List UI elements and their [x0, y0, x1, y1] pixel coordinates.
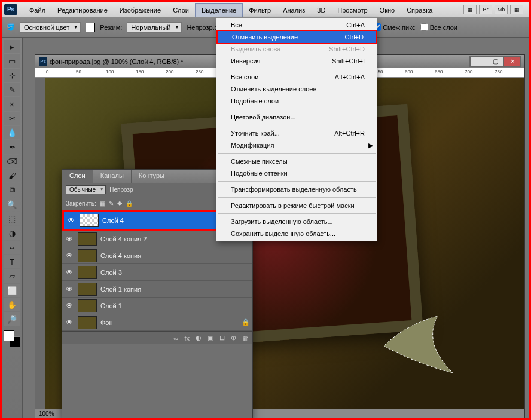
panel-tab[interactable]: Контуры [132, 170, 172, 183]
menu-item[interactable]: Подобные слои [216, 95, 377, 107]
tool-button[interactable]: ✒ [4, 140, 20, 154]
layer-footer-button[interactable]: fx [184, 335, 190, 342]
lock-brush-icon[interactable]: ✎ [109, 200, 114, 207]
layer-footer-button[interactable]: ∞ [174, 335, 179, 342]
menu-редактирование[interactable]: Редактирование [51, 4, 114, 17]
menu-item[interactable]: Модификация▶ [216, 139, 377, 151]
tool-button[interactable]: 🔎 [4, 312, 20, 326]
all-layers-check[interactable]: Все слои [420, 23, 457, 31]
color-swatch[interactable] [86, 23, 95, 32]
lock-icon: 🔒 [242, 318, 250, 326]
lock-transparent-icon[interactable]: ▦ [100, 200, 105, 207]
layer-footer-button[interactable]: ⊡ [219, 334, 225, 342]
lock-label: Закрепить: [66, 200, 96, 207]
lock-all-icon[interactable]: 🔒 [126, 200, 133, 207]
menu-окно[interactable]: Окно [374, 4, 401, 17]
menu-item[interactable]: Сохранить выделенную область... [216, 228, 377, 240]
menu-item[interactable]: Отменить выделение слоев [216, 83, 377, 95]
tool-button[interactable]: ▸ [4, 40, 20, 53]
visibility-icon[interactable]: 👁 [65, 301, 74, 311]
layer-name: Слой 4 копия 2 [100, 235, 147, 243]
menu-item[interactable]: ИнверсияShift+Ctrl+I [216, 55, 377, 67]
layer-thumb[interactable] [80, 214, 99, 227]
lock-move-icon[interactable]: ✥ [117, 200, 122, 207]
layer-thumb[interactable] [78, 249, 97, 262]
menu-item[interactable]: ВсеCtrl+A [216, 19, 377, 31]
menu-слои[interactable]: Слои [167, 4, 195, 17]
menu-item[interactable]: Подобные оттенки [216, 167, 377, 179]
layer-thumb[interactable] [78, 266, 97, 279]
menu-item[interactable]: Цветовой диапазон... [216, 111, 377, 123]
select-menu-dropdown: ВсеCtrl+AОтменить выделениеCtrl+DВыделит… [216, 17, 377, 241]
layer-row[interactable]: 👁Фон🔒 [62, 314, 252, 331]
layer-footer-button[interactable]: 🗑 [242, 335, 249, 342]
tool-button[interactable]: ✋ [4, 298, 20, 311]
close-button[interactable]: ✕ [503, 57, 520, 66]
ps-doc-icon: Ps [39, 57, 47, 66]
mode-select[interactable]: Нормальный [127, 22, 182, 33]
menu-item[interactable]: Трансформировать выделенную область [216, 183, 377, 195]
menu-изображение[interactable]: Изображение [114, 4, 167, 17]
tool-button[interactable]: ◑ [4, 226, 20, 240]
layer-thumb[interactable] [78, 299, 97, 312]
panel-tab[interactable]: Каналы [93, 170, 132, 183]
menu-файл[interactable]: Файл [23, 4, 51, 17]
menubar-button[interactable]: Mb [495, 5, 508, 14]
visibility-icon[interactable]: 👁 [65, 268, 74, 277]
contiguous-check[interactable]: Смеж.пикс [373, 23, 415, 31]
tool-button[interactable]: ✂ [4, 112, 20, 125]
tool-button[interactable]: T [4, 255, 20, 268]
menu-item: Выделить сноваShift+Ctrl+D [216, 43, 377, 55]
menu-фильтр[interactable]: Фильтр [243, 4, 277, 17]
menu-item[interactable]: Отменить выделениеCtrl+D [216, 30, 377, 44]
layer-row[interactable]: 👁Слой 4 копия [62, 247, 252, 264]
menu-item[interactable]: Смежные пикселы [216, 155, 377, 167]
layer-row[interactable]: 👁Слой 1 копия [62, 281, 252, 298]
layer-thumb[interactable] [78, 232, 97, 246]
tool-button[interactable]: 🔍 [4, 198, 20, 211]
menubar-button[interactable]: ▦ [510, 5, 523, 14]
visibility-icon[interactable]: 👁 [65, 318, 74, 327]
tool-button[interactable]: 🖌 [4, 169, 20, 182]
tool-button[interactable]: ⊹ [4, 69, 20, 82]
tool-button[interactable]: ⬚ [4, 212, 20, 225]
tool-button[interactable]: ⨉ [4, 97, 20, 111]
visibility-icon[interactable]: 👁 [65, 251, 74, 260]
tool-button[interactable]: ▱ [4, 269, 20, 283]
layer-row[interactable]: 👁Слой 1 [62, 298, 252, 314]
menu-справка[interactable]: Справка [401, 4, 438, 17]
menu-item[interactable]: Все слоиAlt+Ctrl+A [216, 71, 377, 83]
menu-анализ[interactable]: Анализ [277, 4, 311, 17]
menubar-button[interactable]: ▦ [463, 5, 477, 14]
layer-row[interactable]: 👁Слой 3 [62, 264, 252, 281]
foreground-select[interactable]: Основной цвет [20, 22, 81, 33]
fg-color[interactable] [4, 330, 14, 341]
maximize-button[interactable]: ▢ [487, 57, 503, 66]
menu-item[interactable]: Уточнить край...Alt+Ctrl+R [216, 127, 377, 139]
menu-выделение[interactable]: Выделение [195, 3, 243, 17]
visibility-icon[interactable]: 👁 [65, 234, 74, 244]
layer-thumb[interactable] [78, 316, 97, 329]
blend-mode-select[interactable]: Обычные [66, 185, 106, 194]
tool-button[interactable]: ⌫ [4, 155, 20, 168]
tool-button[interactable]: ✎ [4, 83, 20, 96]
tool-button[interactable]: ⬜ [4, 284, 20, 297]
app-logo: Ps [4, 4, 17, 15]
layer-footer-button[interactable]: ▣ [207, 334, 213, 342]
menu-item[interactable]: Редактировать в режиме быстрой маски [216, 200, 377, 211]
layer-footer-button[interactable]: ◐ [196, 334, 202, 342]
tool-button[interactable]: ↔ [4, 241, 20, 254]
visibility-icon[interactable]: 👁 [66, 216, 76, 225]
layer-thumb[interactable] [78, 283, 97, 296]
tool-button[interactable]: ▭ [4, 54, 20, 68]
tool-button[interactable]: ⧉ [4, 183, 20, 197]
menu-просмотр[interactable]: Просмотр [331, 4, 373, 17]
menu-item[interactable]: Загрузить выделенную область... [216, 216, 377, 228]
visibility-icon[interactable]: 👁 [65, 284, 74, 294]
tool-button[interactable]: 💧 [4, 126, 20, 139]
menu-3d[interactable]: 3D [311, 4, 331, 17]
minimize-button[interactable]: — [470, 57, 487, 66]
menubar-button[interactable]: Br [479, 5, 492, 14]
panel-tab[interactable]: Слои [62, 170, 93, 183]
layer-footer-button[interactable]: ⊕ [231, 334, 236, 342]
